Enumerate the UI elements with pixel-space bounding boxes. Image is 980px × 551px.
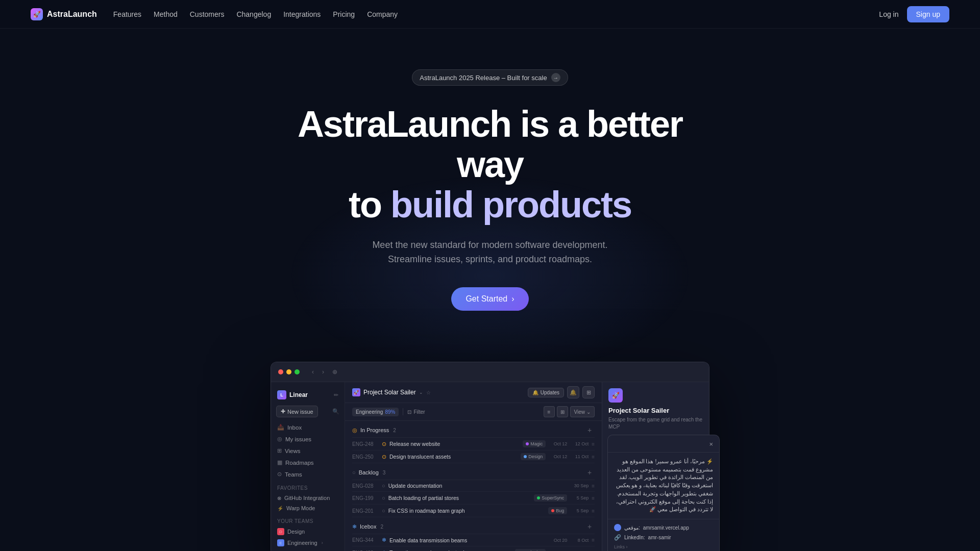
- sidebar-team-engineering[interactable]: E Engineering ›: [271, 537, 345, 548]
- design-team-icon: D: [277, 528, 284, 535]
- nav-pricing[interactable]: Pricing: [333, 10, 355, 18]
- sidebar-team-design[interactable]: D Design: [271, 526, 345, 537]
- issue-402-status-icon: ❄: [382, 549, 386, 551]
- dot-red: [278, 369, 283, 374]
- issue-248-priority: ≡: [592, 441, 595, 447]
- in-progress-header: ◎ In Progress 2 +: [352, 421, 595, 438]
- list-view-button[interactable]: ≡: [544, 406, 555, 417]
- issue-248-title: Release new website: [389, 441, 520, 447]
- issue-eng-250[interactable]: ENG-250 ⊙ Design translucent assets Desi…: [352, 450, 595, 463]
- window-back: ‹: [309, 367, 317, 377]
- issue-248-date: Oct 12: [549, 441, 567, 446]
- nav-method[interactable]: Method: [154, 10, 178, 18]
- toolbar: Engineering 89% ⊡ Filter ≡ ⊞ View: [345, 403, 602, 421]
- project-star-icon[interactable]: ☆: [426, 390, 431, 395]
- issue-eng-201[interactable]: ENG-201 ○ Fix CSS in roadmap team graph …: [352, 505, 595, 517]
- chat-links: موقعي: amrsamir.vercel.app 🔗 LinkedIn: a…: [608, 519, 719, 551]
- chat-links-label: Links ›: [614, 542, 713, 550]
- updates-button[interactable]: 🔔 Updates: [528, 388, 564, 397]
- nav-changelog[interactable]: Changelog: [236, 10, 271, 18]
- sidebar-search-icon[interactable]: 🔍: [332, 408, 339, 415]
- supersync-tag-dot: [537, 496, 540, 499]
- linkedin-label: LinkedIn:: [624, 535, 645, 540]
- engineering-team-icon: E: [277, 539, 284, 546]
- issue-250-status-icon: ⊙: [382, 454, 386, 460]
- add-in-progress-issue-button[interactable]: +: [584, 425, 595, 435]
- login-button[interactable]: Log in: [879, 10, 898, 18]
- badge-arrow: →: [551, 73, 560, 82]
- new-issue-label: New issue: [287, 409, 313, 415]
- cta-arrow-icon: ›: [511, 294, 514, 304]
- signup-button[interactable]: Sign up: [907, 6, 949, 22]
- nav-customers[interactable]: Customers: [190, 10, 225, 18]
- in-progress-count: 2: [393, 428, 396, 433]
- compose-icon[interactable]: ✏: [334, 392, 338, 398]
- nav-links: Features Method Customers Changelog Inte…: [113, 10, 398, 19]
- notification-bell-icon[interactable]: 🔔: [567, 386, 579, 398]
- toolbar-separator: [403, 408, 403, 415]
- chat-website-link[interactable]: موقعي: amrsamir.vercel.app: [614, 522, 713, 533]
- nav-right: Log in Sign up: [879, 6, 949, 22]
- filter-button[interactable]: ⊡ Filter: [407, 409, 425, 415]
- hero-badge[interactable]: AstraLaunch 2025 Release – Built for sca…: [412, 69, 568, 86]
- nav-company[interactable]: Company: [367, 10, 398, 18]
- sidebar-item-inbox[interactable]: 📥 Inbox: [271, 421, 345, 433]
- add-icebox-issue-button[interactable]: +: [584, 521, 595, 532]
- issue-402-tag: Marketing: [515, 549, 546, 551]
- issue-eng-248[interactable]: ENG-248 ⊙ Release new website Magic Oct …: [352, 438, 595, 450]
- issue-199-date: 5 Sep: [570, 495, 589, 500]
- app-screenshot-wrapper: ‹ › ⊕ L Linear: [260, 362, 720, 551]
- issue-028-priority: ≡: [592, 483, 595, 489]
- sidebar-item-roadmaps[interactable]: ▦ Roadmaps: [271, 457, 345, 468]
- window-forward: ›: [319, 367, 327, 377]
- issue-250-priority: ≡: [592, 454, 595, 460]
- chat-linkedin-link[interactable]: 🔗 LinkedIn: amr-samir: [614, 533, 713, 542]
- sidebar-favorite-warp[interactable]: ⚡ Warp Mode: [271, 503, 345, 513]
- backlog-group: ○ Backlog 3 + ENG-028 ○ Update documenta…: [345, 463, 602, 517]
- workspace-name[interactable]: L Linear: [277, 390, 308, 399]
- design-tag-label: Design: [528, 454, 543, 459]
- your-teams-section-title: Your teams: [271, 513, 345, 526]
- subtitle-line1: Meet the new standard for modern softwar…: [372, 240, 607, 250]
- issue-eng-402[interactable]: ENG-402 ❄ Tease the upcoming product rel…: [352, 546, 595, 551]
- backlog-header: ○ Backlog 3 +: [352, 463, 595, 480]
- logo[interactable]: 🚀 AstraLaunch: [31, 8, 97, 20]
- grid-view-button[interactable]: ⊞: [557, 406, 568, 417]
- nav-features[interactable]: Features: [113, 10, 141, 18]
- issue-id-201: ENG-201: [352, 508, 379, 514]
- cta-button[interactable]: Get Started ›: [451, 287, 528, 311]
- links-text: Links ›: [614, 544, 628, 549]
- workspace-label: Linear: [289, 391, 308, 398]
- linkedin-icon: 🔗: [614, 534, 621, 541]
- sidebar-favorite-github[interactable]: ⊗ GitHub Integration: [271, 493, 345, 503]
- view-dropdown-button[interactable]: View ⌄: [570, 406, 595, 417]
- filter-label: Filter: [413, 409, 425, 415]
- logo-icon: 🚀: [31, 8, 43, 20]
- engineering-chevron-icon: ›: [322, 540, 323, 545]
- sidebar-item-my-issues[interactable]: ◎ My issues: [271, 433, 345, 445]
- layout-icon[interactable]: ⊞: [582, 386, 595, 398]
- issue-id-028: ENG-028: [352, 483, 379, 489]
- issue-eng-028[interactable]: ENG-028 ○ Update documentation 30 Sep ≡: [352, 480, 595, 492]
- add-backlog-issue-button[interactable]: +: [584, 467, 595, 478]
- window-dots: [278, 369, 300, 374]
- issue-eng-199[interactable]: ENG-199 ○ Batch loading of partial store…: [352, 492, 595, 505]
- new-issue-plus-icon: ✚: [281, 408, 285, 415]
- view-label: View: [574, 409, 585, 415]
- issue-344-date: Oct 20: [549, 538, 567, 543]
- sidebar-item-teams[interactable]: ⊙ Teams: [271, 468, 345, 480]
- hero-title: AstraLaunch is a better way to build pro…: [260, 104, 720, 226]
- chat-close-button[interactable]: ×: [709, 440, 713, 448]
- issue-eng-344[interactable]: ENG-344 ❄ Enable data transmission beams…: [352, 534, 595, 546]
- bug-tag-dot: [551, 509, 554, 512]
- nav-integrations[interactable]: Integrations: [283, 10, 321, 18]
- main-header: 🚀 Project Solar Sailer ⌄ ☆ 🔔 Updates 🔔: [345, 382, 602, 403]
- issue-201-priority: ≡: [592, 508, 595, 514]
- issue-028-title: Update documentation: [388, 483, 568, 489]
- inbox-icon: 📥: [277, 424, 284, 431]
- issue-199-priority: ≡: [592, 495, 595, 501]
- sidebar-workspace: L Linear ✏: [271, 388, 345, 404]
- sidebar-item-views[interactable]: ⊞ Views: [271, 445, 345, 457]
- issue-248-date2: 12 Oct: [570, 441, 589, 446]
- new-issue-button[interactable]: ✚ New issue: [276, 406, 318, 417]
